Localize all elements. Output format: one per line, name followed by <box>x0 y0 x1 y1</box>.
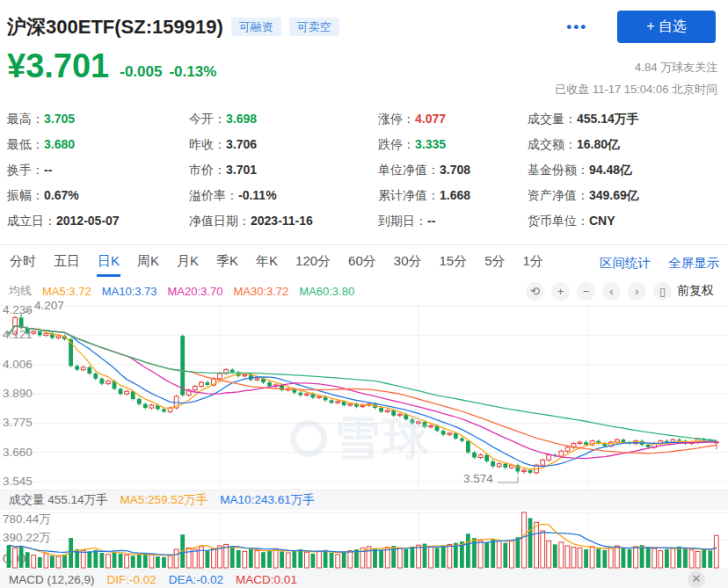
ma-label: MA20:3.70 <box>168 285 223 298</box>
stat-item: 今开：3.698 <box>189 106 313 132</box>
stat-item: 基金份额：94.48亿 <box>528 157 639 183</box>
stat-value: 1.668 <box>440 188 470 202</box>
header: 沪深300ETF(SZ:159919) 可融资可卖空 ••• + 自选 <box>7 11 716 43</box>
volume-tick: 780.44万 <box>3 512 51 526</box>
stat-value: 3.680 <box>44 137 75 151</box>
stat-item: 溢价率：-0.11% <box>189 183 313 208</box>
stat-value: 2012-05-07 <box>56 214 120 228</box>
stat-item: 成交量：455.14万手 <box>528 106 639 132</box>
stat-value: -- <box>427 214 435 228</box>
stat-item: 振幅：0.67% <box>7 183 120 208</box>
stat-label: 基金份额： <box>528 163 589 177</box>
follow-button[interactable]: + 自选 <box>617 11 716 43</box>
price-tick: 3.660 <box>3 445 33 460</box>
stat-label: 最高： <box>7 112 44 126</box>
tab-日K[interactable]: 日K <box>97 250 120 277</box>
stat-label: 跌停： <box>378 137 415 151</box>
stats-column-2: 今开：3.698昨收：3.706市价：3.701溢价率：-0.11%净值日期：2… <box>189 106 313 234</box>
stat-label: 今开： <box>189 112 226 126</box>
tab-月K[interactable]: 月K <box>176 250 200 277</box>
undo-icon[interactable]: ⟲ <box>526 282 544 301</box>
tab-年K[interactable]: 年K <box>255 250 279 277</box>
ma-legend-items: MA5:3.72MA10:3.73MA20:3.70MA30:3.72MA60:… <box>42 285 365 298</box>
stat-label: 市价： <box>189 163 226 177</box>
stat-item: 净值日期：2023-11-16 <box>189 208 313 234</box>
low-annotation: 3.574 <box>463 472 493 485</box>
stat-value: 2023-11-16 <box>251 214 313 228</box>
ma-label: MA30:3.72 <box>233 285 288 298</box>
stat-value: 3.706 <box>226 137 257 151</box>
tab-60分[interactable]: 60分 <box>347 250 377 277</box>
stat-label: 涨停： <box>378 112 415 126</box>
tab-季K[interactable]: 季K <box>215 250 239 277</box>
stat-label: 累计净值： <box>378 188 440 202</box>
stat-item: 资产净值：349.69亿 <box>528 183 639 208</box>
stat-item: 货币单位：CNY <box>528 208 639 234</box>
ma-label: MA5:3.72 <box>42 285 91 298</box>
tab-周K[interactable]: 周K <box>136 250 160 277</box>
volume-chart[interactable] <box>0 510 728 569</box>
adjust-type-button[interactable]: 前复权 <box>677 283 714 299</box>
stat-value: 16.80亿 <box>577 137 620 151</box>
stat-item: 涨停：4.077 <box>378 106 470 132</box>
stat-label: 成交额： <box>528 137 577 151</box>
stat-value: -0.11% <box>238 188 277 202</box>
range-stats-link[interactable]: 区间统计 <box>600 255 651 272</box>
volume-ma10-label: MA10:243.61万手 <box>220 492 314 508</box>
stat-value: -- <box>44 163 52 177</box>
chart-links: 区间统计全屏显示 <box>600 255 719 272</box>
stats-column-3: 涨停：4.077跌停：3.335单位净值：3.708累计净值：1.668到期日：… <box>378 106 470 234</box>
price-tick: 3.775 <box>3 415 33 430</box>
followers-count: 4.84 万球友关注 <box>555 60 717 76</box>
stat-label: 到期日： <box>378 214 427 228</box>
stat-label: 成交量： <box>528 112 577 126</box>
stat-value: 3.708 <box>440 163 470 177</box>
fullscreen-link[interactable]: 全屏显示 <box>668 255 719 272</box>
volume-title: 成交量 455.14万手 <box>9 492 108 508</box>
screenshot-icon[interactable]: ▯ <box>653 282 672 301</box>
stat-label: 资产净值： <box>528 188 589 202</box>
stat-label: 净值日期： <box>189 214 251 228</box>
zoom-in-icon[interactable]: + <box>551 282 570 301</box>
price-block: ¥3.701 -0.005 -0.13% <box>7 49 216 84</box>
macd-indicator-row: MACD (12,26,9) DIF:-0.02 DEA:-0.02 MACD:… <box>0 569 728 588</box>
session-status: 已收盘 11-17 15:04:06 北京时间 <box>555 82 717 98</box>
stat-label: 昨收： <box>189 137 226 151</box>
prev-icon[interactable]: ‹ <box>602 282 621 301</box>
next-icon[interactable]: › <box>628 282 646 301</box>
badge-group: 可融资可卖空 <box>223 18 339 35</box>
stat-label: 单位净值： <box>378 163 440 177</box>
tab-15分[interactable]: 15分 <box>438 250 468 277</box>
volume-svg <box>0 510 728 569</box>
price-chart[interactable]: 雪球 <box>0 304 728 490</box>
stat-value: 0.67% <box>44 188 79 202</box>
tab-分时[interactable]: 分时 <box>9 250 37 277</box>
page-title: 沪深300ETF(SZ:159919) <box>7 14 223 40</box>
macd-value: MACD:0.01 <box>236 573 297 586</box>
zoom-out-icon[interactable]: − <box>577 282 595 301</box>
stat-value: CNY <box>589 214 615 228</box>
stat-item: 昨收：3.706 <box>189 132 313 157</box>
tab-30分[interactable]: 30分 <box>393 250 423 277</box>
tab-120分[interactable]: 120分 <box>295 250 331 277</box>
stat-item: 累计净值：1.668 <box>378 183 470 208</box>
ma-legend-row: 均线 MA5:3.72MA10:3.73MA20:3.70MA30:3.72MA… <box>0 280 728 301</box>
stat-label: 振幅： <box>7 188 44 202</box>
high-annotation: 4.207 <box>34 299 64 312</box>
stat-value: 3.698 <box>226 112 257 126</box>
stock-detail-page: 沪深300ETF(SZ:159919) 可融资可卖空 ••• + 自选 ¥3.7… <box>0 0 728 588</box>
more-options-icon[interactable]: ••• <box>566 18 587 36</box>
tab-1分[interactable]: 1分 <box>522 250 544 277</box>
ma-legend-title: 均线 <box>9 283 32 299</box>
volume-tick: 390.22万 <box>3 530 51 545</box>
stat-item: 最低：3.680 <box>7 132 120 157</box>
stats-column-1: 最高：3.705最低：3.680换手：--振幅：0.67%成立日：2012-05… <box>7 106 120 234</box>
stat-label: 成立日： <box>7 214 56 228</box>
volume-header: 成交量 455.14万手 MA5:259.52万手 MA10:243.61万手 <box>0 490 728 510</box>
close-indicator-button[interactable]: ✕ <box>688 570 705 588</box>
current-price: ¥3.701 <box>7 49 109 84</box>
stat-label: 货币单位： <box>528 214 589 228</box>
tab-5分[interactable]: 5分 <box>484 250 506 277</box>
ma-label: MA60:3.80 <box>299 285 354 298</box>
tab-五日[interactable]: 五日 <box>53 250 81 277</box>
